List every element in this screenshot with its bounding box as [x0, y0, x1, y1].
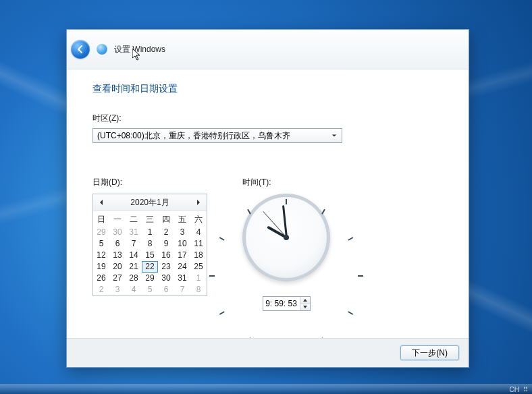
calendar-month-title: 2020年1月	[130, 197, 169, 208]
calendar-day-cell[interactable]: 5	[142, 284, 158, 296]
calendar-day-cell[interactable]: 22	[142, 261, 158, 273]
calendar-day-cell[interactable]: 29	[142, 273, 158, 284]
date-label: 日期(D):	[92, 177, 207, 188]
calendar-day-cell[interactable]: 13	[109, 250, 126, 261]
calendar-dayname: 日	[93, 211, 109, 227]
tray-separator: ⠿	[523, 386, 528, 393]
calendar-dayname: 二	[126, 211, 142, 227]
calendar-day-cell[interactable]: 25	[190, 261, 207, 273]
timezone-selected-value: (UTC+08:00)北京，重庆，香港特别行政区，乌鲁木齐	[97, 130, 290, 142]
setup-window: 设置 Windows 查看时间和日期设置 时区(Z): (UTC+08:00)北…	[66, 29, 469, 368]
language-indicator[interactable]: CH	[510, 386, 519, 393]
calendar-day-cell[interactable]: 6	[109, 238, 126, 250]
clock-center-dot	[284, 235, 289, 240]
page-title: 查看时间和日期设置	[92, 83, 443, 95]
calendar-day-cell[interactable]: 15	[142, 250, 158, 261]
calendar-day-cell[interactable]: 5	[93, 238, 109, 250]
calendar-day-cell[interactable]: 20	[109, 261, 126, 273]
calendar-day-cell[interactable]: 6	[158, 284, 174, 296]
calendar-day-cell[interactable]: 19	[93, 261, 109, 273]
calendar-day-cell[interactable]: 17	[174, 250, 190, 261]
time-spin-up[interactable]	[300, 297, 310, 304]
time-label: 时间(T):	[242, 177, 330, 188]
wizard-header: 设置 Windows	[67, 30, 469, 69]
calendar-day-cell[interactable]: 8	[190, 284, 207, 296]
calendar-dayname: 五	[174, 211, 190, 227]
timezone-label: 时区(Z):	[92, 113, 443, 124]
calendar-day-cell[interactable]: 12	[93, 250, 109, 261]
calendar-next-button[interactable]	[193, 197, 204, 208]
calendar-day-cell[interactable]: 29	[93, 227, 109, 238]
calendar-day-cell[interactable]: 3	[174, 227, 190, 238]
calendar-day-cell[interactable]: 8	[142, 238, 158, 250]
calendar-day-cell[interactable]: 30	[109, 227, 126, 238]
calendar-day-cell[interactable]: 3	[109, 284, 126, 296]
calendar-dayname: 三	[142, 211, 158, 227]
calendar-day-cell[interactable]: 31	[174, 273, 190, 284]
analog-clock	[242, 194, 330, 281]
calendar: 2020年1月 日一二三四五六 293031123456789101112131…	[92, 194, 207, 296]
globe-icon	[97, 44, 107, 55]
calendar-day-cell[interactable]: 31	[126, 227, 142, 238]
wizard-footer: 下一步(N)	[67, 338, 469, 367]
chevron-down-icon	[329, 133, 339, 138]
calendar-day-cell[interactable]: 28	[126, 273, 142, 284]
calendar-day-cell[interactable]: 30	[158, 273, 174, 284]
calendar-day-cell[interactable]: 18	[190, 250, 207, 261]
calendar-day-cell[interactable]: 4	[190, 227, 207, 238]
calendar-dayname: 四	[158, 211, 174, 227]
calendar-day-cell[interactable]: 1	[142, 227, 158, 238]
calendar-day-cell[interactable]: 16	[158, 250, 174, 261]
calendar-dayname: 六	[190, 211, 207, 227]
calendar-day-cell[interactable]: 7	[126, 238, 142, 250]
calendar-day-cell[interactable]: 26	[93, 273, 109, 284]
timezone-combo[interactable]: (UTC+08:00)北京，重庆，香港特别行政区，乌鲁木齐	[92, 128, 342, 143]
calendar-prev-button[interactable]	[96, 197, 107, 208]
calendar-day-cell[interactable]: 24	[174, 261, 190, 273]
header-title: 设置 Windows	[114, 44, 165, 55]
calendar-day-cell[interactable]: 10	[174, 238, 190, 250]
calendar-day-cell[interactable]: 7	[174, 284, 190, 296]
next-button[interactable]: 下一步(N)	[400, 345, 459, 360]
calendar-day-cell[interactable]: 4	[126, 284, 142, 296]
back-button[interactable]	[71, 40, 90, 59]
calendar-day-cell[interactable]: 21	[126, 261, 142, 273]
time-input[interactable]	[263, 297, 300, 310]
calendar-day-cell[interactable]: 1	[190, 273, 207, 284]
calendar-day-cell[interactable]: 11	[190, 238, 207, 250]
calendar-day-cell[interactable]: 2	[158, 227, 174, 238]
calendar-day-cell[interactable]: 27	[109, 273, 126, 284]
taskbar: CH ⠿	[0, 384, 532, 394]
calendar-dayname: 一	[109, 211, 126, 227]
calendar-day-cell[interactable]: 2	[93, 284, 109, 296]
time-spin-down[interactable]	[300, 304, 310, 311]
calendar-day-cell[interactable]: 14	[126, 250, 142, 261]
calendar-day-cell[interactable]: 23	[158, 261, 174, 273]
back-arrow-icon	[75, 44, 86, 55]
calendar-day-cell[interactable]: 9	[158, 238, 174, 250]
